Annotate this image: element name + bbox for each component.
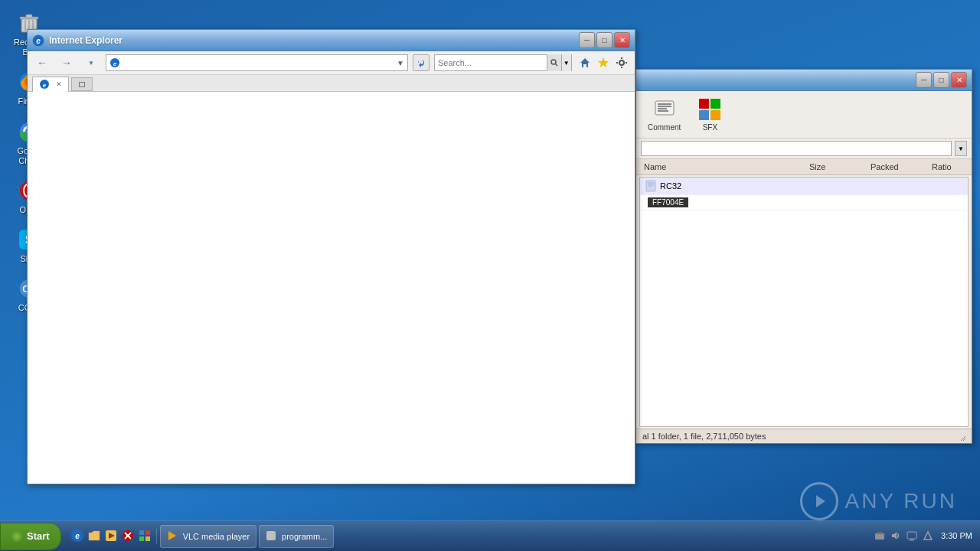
taskbar-antivirus-btn[interactable] <box>121 529 136 544</box>
ie-titlebar[interactable]: e Internet Explorer ─ □ ✕ <box>28 30 635 51</box>
ie-forward-btn[interactable]: → <box>57 54 77 72</box>
svg-rect-36 <box>710 110 720 120</box>
start-label: Start <box>27 530 50 542</box>
taskbar-apps2-btn[interactable] <box>138 529 153 544</box>
winrar-comment-btn[interactable]: Comment <box>642 94 686 135</box>
anyrun-watermark: ANY RUN <box>800 482 957 520</box>
winrar-close-btn[interactable]: ✕ <box>951 72 967 88</box>
hash-value: FF7004E <box>652 198 684 207</box>
svg-point-25 <box>619 60 624 65</box>
col-packed: Packed <box>867 161 929 173</box>
winrar-resize-handle[interactable] <box>956 432 965 441</box>
svg-rect-58 <box>875 533 884 540</box>
ie-maximize-btn[interactable]: □ <box>596 32 612 48</box>
taskbar-vlc-app[interactable]: VLC media player <box>160 525 256 548</box>
winrar-toolbar: Comment SFX <box>636 91 972 139</box>
crc-value: RC32 <box>660 181 681 191</box>
ie-tools-btn[interactable] <box>613 54 630 71</box>
tray-volume-icon[interactable] <box>890 530 903 543</box>
start-orb-icon <box>11 531 22 542</box>
taskbar-ie-btn[interactable]: e <box>70 529 86 544</box>
winrar-window-controls: ─ □ ✕ <box>916 72 967 88</box>
taskbar-prog-app[interactable]: programm... <box>259 525 334 548</box>
ie-home-btn[interactable] <box>577 54 593 71</box>
tray-arrow-icon[interactable] <box>923 530 935 543</box>
svg-rect-54 <box>139 536 144 541</box>
sfx-label: SFX <box>703 123 717 132</box>
svg-rect-59 <box>877 532 882 534</box>
svg-line-42 <box>963 439 965 441</box>
svg-rect-55 <box>145 536 150 541</box>
winrar-minimize-btn[interactable]: ─ <box>916 72 932 88</box>
ie-search-btn[interactable] <box>547 54 561 71</box>
tray-icons-area <box>874 530 935 543</box>
svg-marker-24 <box>598 57 609 68</box>
tray-monitor-icon[interactable] <box>906 530 919 543</box>
taskbar-vlc-label: VLC media player <box>183 532 250 541</box>
sfx-icon <box>697 97 722 122</box>
taskbar-folder-btn[interactable] <box>87 529 103 544</box>
ie-window-controls: ─ □ ✕ <box>579 32 630 48</box>
taskbar-media-btn[interactable] <box>104 529 119 544</box>
winrar-sfx-btn[interactable]: SFX <box>692 94 727 135</box>
ie-search-bar: ▼ <box>434 54 572 71</box>
winrar-file-row-hash[interactable]: FF7004E <box>640 195 968 210</box>
ie-dropdown-btn[interactable]: ▼ <box>81 54 101 72</box>
tray-network-icon[interactable] <box>874 530 887 543</box>
winrar-titlebar[interactable]: ─ □ ✕ <box>636 70 972 91</box>
svg-text:e: e <box>113 60 117 67</box>
svg-marker-64 <box>924 532 932 540</box>
winrar-path-dropdown[interactable]: ▼ <box>955 141 967 156</box>
ie-minimize-btn[interactable]: ─ <box>579 32 595 48</box>
svg-rect-57 <box>266 531 276 540</box>
ie-search-input[interactable] <box>435 58 547 67</box>
anyrun-play-icon <box>800 482 838 520</box>
winrar-file-row-crc[interactable]: RC32 <box>640 178 968 195</box>
ie-tab-close[interactable]: ✕ <box>56 80 62 88</box>
ie-title-icon: e <box>32 34 44 47</box>
svg-line-23 <box>555 64 557 67</box>
file-icon <box>645 180 657 192</box>
anyrun-text: ANY RUN <box>844 489 957 514</box>
ie-new-tab-btn[interactable]: □ <box>71 77 93 91</box>
ie-tab-icon: e <box>39 79 50 90</box>
taskbar: Start e <box>0 520 980 551</box>
svg-rect-2 <box>26 15 32 18</box>
taskbar-clock[interactable]: 3:30 PM <box>941 530 972 542</box>
ie-address-input[interactable] <box>123 58 394 67</box>
desktop: Recycle Bin Fire... <box>0 0 980 551</box>
taskbar-vlc-icon <box>167 530 179 543</box>
svg-text:e: e <box>36 37 41 45</box>
svg-point-22 <box>551 60 556 64</box>
ie-refresh-btn[interactable] <box>413 54 430 71</box>
svg-rect-35 <box>699 110 709 120</box>
svg-rect-53 <box>145 530 150 535</box>
start-button[interactable]: Start <box>0 523 61 550</box>
winrar-statusbar: al 1 folder, 1 file, 2,711,050 bytes <box>636 429 972 443</box>
svg-rect-34 <box>710 99 720 109</box>
col-size: Size <box>806 161 867 173</box>
svg-line-41 <box>961 436 965 441</box>
svg-marker-56 <box>168 531 176 540</box>
quick-launch: e <box>67 529 157 544</box>
winrar-column-headers: Name Size Packed Ratio <box>636 159 972 175</box>
ie-toolbar-right <box>577 54 630 71</box>
svg-rect-28 <box>655 101 674 115</box>
svg-marker-44 <box>816 495 825 507</box>
winrar-window: ─ □ ✕ Comment <box>635 69 972 444</box>
ie-favorites-btn[interactable] <box>595 54 612 71</box>
file-name-hash: FF7004E <box>645 197 963 207</box>
ie-content-area <box>28 92 635 484</box>
winrar-maximize-btn[interactable]: □ <box>933 72 949 88</box>
ie-search-dropdown[interactable]: ▼ <box>561 54 572 71</box>
winrar-status-text: al 1 folder, 1 file, 2,711,050 bytes <box>642 432 766 441</box>
ie-address-dropdown[interactable]: ▼ <box>397 59 404 67</box>
clock-time: 3:30 PM <box>941 530 972 542</box>
ie-toolbar: ← → ▼ e ▼ <box>28 51 635 75</box>
ie-back-btn[interactable]: ← <box>32 54 52 72</box>
svg-text:e: e <box>75 532 80 540</box>
ie-tab-1[interactable]: e ✕ <box>32 77 69 92</box>
winrar-path-input[interactable] <box>641 141 952 156</box>
ie-address-icon: e <box>109 57 120 68</box>
ie-close-btn[interactable]: ✕ <box>614 32 630 48</box>
